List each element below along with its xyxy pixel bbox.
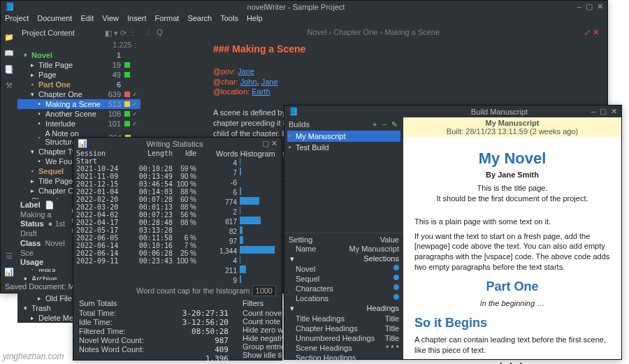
stats-app-icon: 📊 (78, 139, 87, 148)
selection-row[interactable]: Characters (287, 284, 400, 293)
app-icon: 📘 (5, 2, 15, 11)
menu-search[interactable]: Search (187, 14, 212, 22)
stats-row[interactable]: 2022-04-0200:07:2356 % (73, 211, 213, 219)
stats-row[interactable]: 2021-12-1503:46:54100 % (73, 180, 213, 188)
sum-row: Idle Time:3-12:56:20 (79, 318, 229, 327)
sum-totals: Sum Totals Total Time:3-20:27:31Idle Tim… (79, 299, 229, 363)
build-window: 📘 Builds + − ✎ My Manuscript Test Build … (284, 105, 622, 360)
stats-row[interactable]: 2021-11-0900:13:4990 % (73, 173, 213, 180)
loc-keyword: @location: (213, 87, 250, 96)
sum-row: Notes Word Count:409 (79, 345, 229, 354)
sum-row: Filtered Time:08:50:28 (79, 327, 229, 336)
editor-tools[interactable]: ⋮ Q (145, 28, 163, 37)
tree-row[interactable]: ▾Novel1 (17, 50, 140, 60)
col-hist[interactable]: Words Histogram (216, 150, 279, 158)
tree-toolbar[interactable]: ◧ ▾ ⟳ ⋮ (105, 29, 136, 38)
build-preview-pane: Build Manuscript –▢✕ My ManuscriptBuilt:… (403, 105, 621, 359)
project-icon[interactable]: 📁 (4, 33, 14, 42)
build-max-icon[interactable]: ▢ (600, 107, 607, 116)
editor-close[interactable]: ⤢ ✕ (584, 28, 599, 37)
list-icon[interactable]: ☰ (6, 252, 13, 261)
build-icon[interactable]: ⚒ (6, 81, 13, 90)
build-item-1[interactable]: Test Build (287, 142, 400, 153)
builds-toolbar[interactable]: + − ✎ (373, 120, 399, 129)
tree-row[interactable]: ▪Part One6 (17, 80, 140, 89)
sum-row: Total Time:3-20:27:31 (79, 309, 229, 318)
close-icon[interactable]: ✕ (597, 2, 603, 11)
stats-row[interactable]: 2022-06-1400:10:167 % (73, 242, 213, 249)
stats-row[interactable]: 2022-01-0400:14:0388 % (73, 188, 213, 196)
stats-row[interactable]: 2022-05-1703:13:28 (73, 226, 213, 234)
stats-row[interactable]: 2022-02-2000:07:2860 % (73, 196, 213, 203)
stats-titlebar: 📊 Writing Statistics ▢ ✕ (73, 138, 282, 150)
stats-hist: Words Histogram 47-66774281782971,344421… (213, 150, 282, 285)
tree-row[interactable]: •Making a Scene513✓ (17, 99, 140, 109)
heading-row[interactable]: Section Headings (287, 353, 400, 363)
tree-row[interactable]: •Interlude101✓ (17, 119, 140, 129)
heading-row[interactable]: Chapter HeadingsTitle (287, 323, 400, 333)
menu-document[interactable]: Document (37, 14, 72, 22)
menu-project[interactable]: Project (5, 14, 29, 22)
stats-row[interactable]: 2022-03-2000:01:1388 % (73, 203, 213, 211)
tree-row[interactable]: ▸Title Page19 (17, 60, 140, 70)
scene-heading: ### Making a Scene (213, 43, 599, 56)
selection-row[interactable]: Locations (287, 293, 400, 303)
loc-link[interactable]: Earth (252, 87, 270, 96)
build-title: Build Manuscript (471, 108, 528, 116)
col-session[interactable]: Session Start (76, 150, 129, 165)
menu-help[interactable]: Help (247, 14, 263, 22)
tree-row[interactable]: ▸Page49 (17, 70, 140, 80)
outline-icon[interactable]: 📑 (4, 65, 14, 74)
menu-tools[interactable]: Tools (220, 14, 238, 22)
build-close-icon[interactable]: ✕ (611, 107, 617, 116)
novel-icon[interactable]: 📖 (4, 49, 14, 58)
char-keyword: @char: (213, 78, 238, 86)
tree-row[interactable]: ▾Chapter One639✓ (17, 89, 140, 99)
main-title: novelWriter - Sample Project (247, 3, 345, 11)
label-box: Label 📄 Making a Status ● 1st Draft Clas… (17, 199, 72, 269)
menu-view[interactable]: View (102, 14, 119, 22)
sum-row: 1,396 (79, 354, 229, 363)
pov-keyword: @pov: (213, 67, 236, 75)
stats-row[interactable]: 2022-09-1100:23:43100 % (73, 257, 213, 265)
selection-row[interactable]: Sequel (287, 274, 400, 284)
build-min-icon[interactable]: – (591, 107, 595, 116)
sum-row: Novel Word Count:987 (79, 336, 229, 345)
minimize-icon[interactable]: – (577, 2, 581, 11)
stats-close-icon[interactable]: ▢ ✕ (262, 139, 277, 148)
col-idle[interactable]: Idle (173, 150, 196, 165)
stats-window: 📊 Writing Statistics ▢ ✕ Session Start L… (73, 137, 282, 361)
char-link-2[interactable]: Jane (261, 78, 278, 86)
build-settings: Setting Value NameMy Manuscript ▾ Select… (284, 233, 403, 364)
tree-row[interactable]: •Another Scene108✓ (17, 109, 140, 119)
hist-cap-label: Word count cap for the histogram (136, 286, 250, 295)
stats-row[interactable]: 2021-10-2400:10:2859 % (73, 165, 213, 173)
build-item-0[interactable]: My Manuscript (287, 131, 400, 142)
char-link-1[interactable]: John (240, 78, 257, 86)
menu-edit[interactable]: Edit (80, 14, 94, 22)
builds-label: Builds (289, 120, 310, 129)
watermark: yinghezhan.com (3, 351, 64, 361)
stats-row[interactable]: 2022-04-1700:28:4888 % (73, 219, 213, 226)
build-app-icon: 📘 (289, 107, 298, 116)
stats-row[interactable]: 2022-06-0500:11:586 % (73, 234, 213, 242)
build-banner: My ManuscriptBuilt: 28/11/23 13:11:59 (2… (403, 117, 621, 137)
stats-row[interactable]: 2022-06-1400:06:2825 % (73, 249, 213, 257)
menu-bar: Project Document Edit View Insert Format… (1, 13, 607, 24)
col-length[interactable]: Length (129, 150, 173, 165)
value-hdr[interactable]: Value (380, 235, 399, 244)
setting-hdr[interactable]: Setting (289, 235, 312, 244)
sidebar-rail: 📁 📖 📑 ⚒ ☰ 📊 ⚙ (1, 29, 17, 293)
heading-row[interactable]: Scene Headings* * * (287, 343, 400, 353)
selection-row[interactable]: Novel (287, 264, 400, 274)
pov-link[interactable]: Jane (238, 67, 254, 75)
hist-cap-value[interactable]: 1000 (252, 285, 276, 296)
menu-insert[interactable]: Insert (127, 14, 147, 22)
editor-head: ⋮ Q Novel › Chapter One › Making a Scene… (140, 26, 603, 38)
heading-row[interactable]: Unnumbered HeadingsTitle (287, 333, 400, 343)
menu-format[interactable]: Format (155, 14, 180, 22)
heading-row[interactable]: Title HeadingsTitle (287, 314, 400, 323)
maximize-icon[interactable]: ▢ (586, 2, 593, 11)
stats-icon[interactable]: 📊 (4, 268, 14, 277)
doc-part: Part One (414, 279, 610, 294)
